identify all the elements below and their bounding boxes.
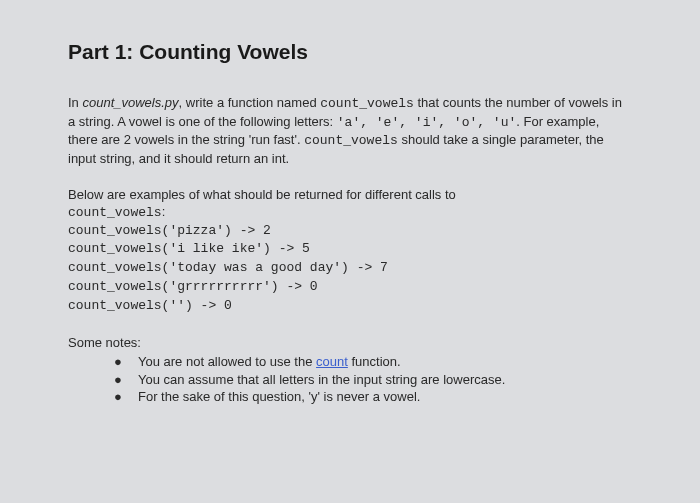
intro-pre-file: In <box>68 95 82 110</box>
note-post: function. <box>348 354 401 369</box>
bullet-icon: ● <box>126 388 138 406</box>
example-line: count_vowels('today was a good day') -> … <box>68 259 632 278</box>
examples-intro-fn: count_vowels <box>68 205 162 220</box>
notes-list: ●You are not allowed to use the count fu… <box>68 353 632 406</box>
intro-fn1: count_vowels <box>320 96 414 111</box>
example-line: count_vowels('') -> 0 <box>68 297 632 316</box>
page-title: Part 1: Counting Vowels <box>68 38 632 66</box>
intro-letters: 'a', 'e', 'i', 'o', 'u' <box>337 115 516 130</box>
example-line: count_vowels('i like ike') -> 5 <box>68 240 632 259</box>
count-link[interactable]: count <box>316 354 348 369</box>
intro-filename: count_vowels.py <box>82 95 178 110</box>
examples-block: Below are examples of what should be ret… <box>68 186 632 316</box>
intro-fn2: count_vowels <box>304 133 398 148</box>
note-pre: For the sake of this question, 'y' is ne… <box>138 389 420 404</box>
notes-section: Some notes: ●You are not allowed to use … <box>68 334 632 406</box>
list-item: ●You are not allowed to use the count fu… <box>126 353 632 371</box>
bullet-icon: ● <box>126 371 138 389</box>
intro-paragraph: In count_vowels.py, write a function nam… <box>68 94 632 167</box>
note-pre: You can assume that all letters in the i… <box>138 372 505 387</box>
intro-post-file: , write a function named <box>179 95 321 110</box>
examples-intro-line: Below are examples of what should be ret… <box>68 186 632 204</box>
code-examples: count_vowels('pizza') -> 2 count_vowels(… <box>68 222 632 316</box>
bullet-icon: ● <box>126 353 138 371</box>
note-pre: You are not allowed to use the <box>138 354 316 369</box>
examples-intro-colon: : <box>162 204 166 219</box>
list-item: ●You can assume that all letters in the … <box>126 371 632 389</box>
list-item: ●For the sake of this question, 'y' is n… <box>126 388 632 406</box>
notes-intro: Some notes: <box>68 334 632 352</box>
example-line: count_vowels('pizza') -> 2 <box>68 222 632 241</box>
example-line: count_vowels('grrrrrrrrrr') -> 0 <box>68 278 632 297</box>
